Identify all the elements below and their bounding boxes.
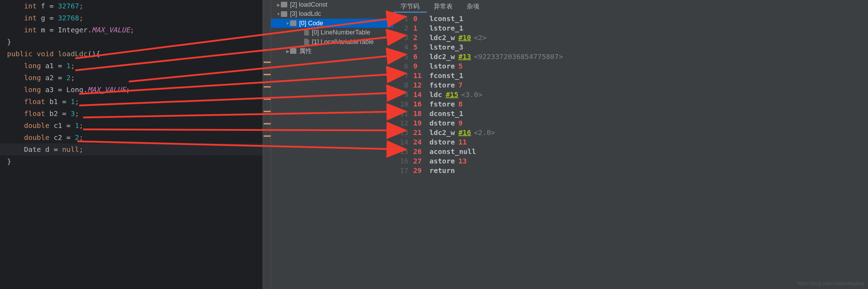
tab[interactable]: 异常表 [427,0,460,13]
bytecode-line-number: 1 [394,14,413,24]
bytecode-arg: 8 [458,99,463,109]
tree-item[interactable]: [3] loadLdc [271,9,394,18]
bytecode-line[interactable]: 32ldc2_w#10<2> [394,33,868,43]
file-icon [304,29,309,36]
bytecode-arg: 5 [458,62,463,71]
bytecode-line[interactable]: 711fconst_1 [394,71,868,81]
bytecode-offset: 27 [413,156,426,166]
bytecode-mnemonic: astore [429,156,455,166]
tree-item[interactable]: [0] LineNumberTable [271,28,394,37]
bytecode-line-number: 15 [394,147,413,156]
code-editor-pane[interactable]: int f = 32767; int g = 32768; int m = In… [0,0,263,289]
tree-item[interactable]: [2] loadConst [271,0,394,9]
structure-tree-pane[interactable]: [2] loadConst[3] loadLdc[0] Code[0] Line… [271,0,394,289]
bytecode-line[interactable]: 914ldc#15<3.0> [394,90,868,99]
code-line[interactable]: public void loadLdc(){ [0,48,263,60]
tab[interactable]: 杂项 [460,0,486,13]
bytecode-line[interactable]: 1016fstore8 [394,99,868,109]
bytecode-mnemonic: lstore_1 [429,24,463,33]
bytecode-line-number: 6 [394,62,413,71]
bytecode-mnemonic: ldc2_w [429,128,455,137]
code-line[interactable]: float b2 = 3; [0,108,263,120]
tree-item-label: [1] LocalVariableTable [312,37,374,46]
folder-icon [290,48,296,54]
code-line[interactable]: double c2 = 2; [0,131,263,143]
code-line[interactable]: int m = Integer.MAX_VALUE; [0,24,263,36]
code-line[interactable]: Date d = null; [0,143,263,155]
bytecode-offset: 24 [413,137,426,147]
gutter-mark [264,123,271,124]
gutter-mark [264,49,271,51]
bytecode-line-number: 11 [394,109,413,118]
bytecode-line[interactable]: 1627astore13 [394,156,868,166]
bytecode-line[interactable]: 1424dstore11 [394,137,868,147]
bytecode-offset: 21 [413,128,426,137]
bytecode-line-number: 10 [394,99,413,109]
tree-item-label: [0] LineNumberTable [312,28,370,37]
bytecode-line[interactable]: 56ldc2_w#13<9223372036854775807> [394,52,868,62]
bytecode-mnemonic: dstore [429,137,455,147]
tree-item-label: [0] Code [299,19,323,28]
tree-item[interactable]: [0] Code [271,19,394,28]
code-line[interactable]: long a2 = 2; [0,72,263,84]
code-line[interactable]: double c1 = 1; [0,120,263,131]
gutter-mark [264,98,271,100]
bytecode-line[interactable]: 1219dstore9 [394,118,868,128]
bytecode-comment: <3.0> [461,90,482,99]
bytecode-line[interactable]: 10lconst_1 [394,14,868,24]
code-line[interactable]: float b1 = 1; [0,96,263,108]
disclosure-arrow-icon[interactable] [285,18,290,28]
tree-item-label: 属性 [299,46,312,56]
bytecode-line-number: 17 [394,166,413,175]
gutter-mark [264,135,271,137]
bytecode-offset: 6 [413,52,426,62]
tab[interactable]: 字节码 [394,0,427,13]
bytecode-const-ref: #10 [458,33,471,43]
code-line[interactable]: } [0,155,263,167]
bytecode-mnemonic: fstore [429,81,455,90]
disclosure-arrow-icon[interactable] [276,0,281,9]
bytecode-line-number: 16 [394,156,413,166]
bytecode-offset: 16 [413,99,426,109]
bytecode-offset: 1 [413,24,426,33]
code-line[interactable]: int f = 32767; [0,0,263,12]
bytecode-line-number: 14 [394,137,413,147]
bytecode-line[interactable]: 1321ldc2_w#16<2.0> [394,128,868,137]
bytecode-mnemonic: ldc2_w [429,52,455,62]
folder-icon [290,20,296,26]
disclosure-arrow-icon[interactable] [276,9,281,19]
code-line[interactable]: long a3 = Long.MAX_VALUE; [0,84,263,96]
gutter-mark [264,111,271,112]
editor-gutter [263,0,271,289]
disclosure-arrow-icon[interactable] [285,46,290,56]
bytecode-line-number: 12 [394,118,413,128]
bytecode-mnemonic: lstore_3 [429,43,463,52]
bytecode-offset: 26 [413,147,426,156]
bytecode-line[interactable]: 69lstore5 [394,62,868,71]
code-line[interactable]: long a1 = 1; [0,60,263,72]
folder-icon [281,11,287,17]
bytecode-line[interactable]: 812fstore7 [394,81,868,90]
bytecode-line[interactable]: 1118dconst_1 [394,109,868,118]
bytecode-line[interactable]: 45lstore_3 [394,43,868,52]
bytecode-line[interactable]: 21lstore_1 [394,24,868,33]
bytecode-line-number: 13 [394,128,413,137]
bytecode-line-number: 9 [394,90,413,99]
bytecode-mnemonic: aconst_null [429,147,476,156]
bytecode-line[interactable]: 1526aconst_null [394,147,868,156]
code-line[interactable]: int g = 32768; [0,12,263,24]
code-line[interactable]: } [0,36,263,48]
bytecode-arg: 9 [458,118,463,128]
tree-item[interactable]: 属性 [271,46,394,56]
folder-icon [281,2,287,7]
bytecode-line[interactable]: 1729return [394,166,868,175]
bytecode-offset: 14 [413,90,426,99]
bytecode-mnemonic: lstore [429,62,455,71]
bytecode-const-ref: #16 [458,128,471,137]
bytecode-line-number: 4 [394,43,413,52]
bytecode-offset: 5 [413,43,426,52]
bytecode-line-number: 3 [394,33,413,43]
bytecode-offset: 2 [413,33,426,43]
tree-item[interactable]: [1] LocalVariableTable [271,37,394,46]
bytecode-mnemonic: dstore [429,118,455,128]
